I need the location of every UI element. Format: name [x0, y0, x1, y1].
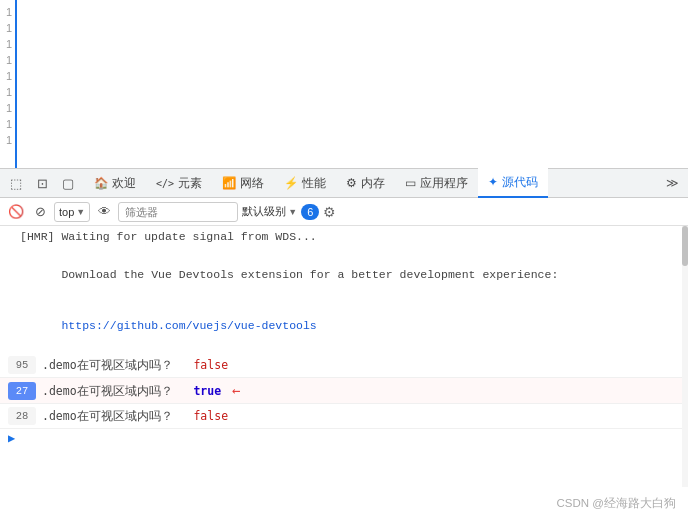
tab-elements[interactable]: </> 元素 — [146, 168, 212, 198]
line-num-1: 1 — [6, 4, 12, 20]
level-label: 默认级别 — [242, 204, 286, 219]
entry-95-text: .demo在可视区域内吗？ false — [42, 355, 228, 375]
network-icon: 📶 — [222, 176, 236, 190]
entry-28-value: false — [193, 409, 228, 423]
frame-dropdown-icon: ▼ — [76, 207, 85, 217]
eye-button[interactable]: 👁 — [94, 202, 114, 222]
sources-icon: ✦ — [488, 175, 498, 189]
devtools-tab-bar: ⬚ ⊡ ▢ 🏠 欢迎 </> 元素 📶 网络 ⚡ 性能 ⚙ 内存 ▭ 应用程序 … — [0, 168, 688, 198]
tab-welcome[interactable]: 🏠 欢迎 — [84, 168, 146, 198]
performance-icon: ⚡ — [284, 176, 298, 190]
line-num-8: 1 — [6, 116, 12, 132]
filter-toggle-button[interactable]: ⊘ — [30, 202, 50, 222]
error-count-badge: 6 — [301, 204, 319, 220]
line-num-5: 1 — [6, 68, 12, 84]
devtools-log-line: Download the Vue Devtools extension for … — [0, 247, 688, 353]
application-icon: ▭ — [405, 176, 416, 190]
welcome-icon: 🏠 — [94, 176, 108, 190]
hmr-log-line: [HMR] Waiting for update signal from WDS… — [0, 226, 688, 247]
scroll-thumb[interactable] — [682, 226, 688, 266]
level-dropdown-icon: ▼ — [288, 207, 297, 217]
blue-vertical-line — [15, 0, 17, 168]
filter-input[interactable] — [118, 202, 238, 222]
tab-sources[interactable]: ✦ 源代码 — [478, 168, 548, 198]
devtools-url-link[interactable]: https://github.com/vuejs/vue-devtools — [61, 319, 316, 332]
log-level-selector[interactable]: 默认级别 ▼ — [242, 202, 297, 222]
arrow-left-icon: ← — [232, 382, 240, 398]
devtools-icon-device[interactable]: ⊡ — [30, 171, 54, 195]
caret-icon: ▶ — [8, 431, 15, 445]
settings-gear-icon[interactable]: ⚙ — [323, 204, 336, 220]
line-num-4: 1 — [6, 52, 12, 68]
clear-console-button[interactable]: 🚫 — [6, 202, 26, 222]
line-num-9: 1 — [6, 132, 12, 148]
console-toolbar: 🚫 ⊘ top ▼ 👁 默认级别 ▼ 6 ⚙ — [0, 198, 688, 226]
scrollbar[interactable] — [682, 226, 688, 487]
console-output: [HMR] Waiting for update signal from WDS… — [0, 226, 688, 487]
devtools-message: Download the Vue Devtools extension for … — [20, 249, 558, 351]
watermark: CSDN @经海路大白狗 — [557, 496, 676, 511]
tab-application[interactable]: ▭ 应用程序 — [395, 168, 478, 198]
entry-27-value: true — [193, 384, 221, 398]
frame-selector[interactable]: top ▼ — [54, 202, 90, 222]
line-num-7: 1 — [6, 100, 12, 116]
console-caret-line: ▶ — [0, 429, 688, 447]
line-number-27: 27 — [8, 382, 36, 400]
line-numbers-area: 1 1 1 1 1 1 1 1 1 — [0, 0, 18, 168]
tab-network[interactable]: 📶 网络 — [212, 168, 274, 198]
entry-28-text: .demo在可视区域内吗？ false — [42, 406, 228, 426]
devtools-icon-inspect[interactable]: ⬚ — [4, 171, 28, 195]
line-number-95: 95 — [8, 356, 36, 374]
line-num-2: 1 — [6, 20, 12, 36]
log-entry-27: 27 .demo在可视区域内吗？ true ← — [0, 378, 688, 404]
log-entry-95: 95 .demo在可视区域内吗？ false — [0, 353, 688, 378]
line-num-6: 1 — [6, 84, 12, 100]
elements-icon: </> — [156, 178, 174, 189]
hmr-message: [HMR] Waiting for update signal from WDS… — [20, 228, 317, 245]
entry-95-value: false — [193, 358, 228, 372]
memory-icon: ⚙ — [346, 176, 357, 190]
tab-more[interactable]: ≫ — [660, 171, 684, 195]
log-entry-28: 28 .demo在可视区域内吗？ false — [0, 404, 688, 429]
line-number-28: 28 — [8, 407, 36, 425]
tab-memory[interactable]: ⚙ 内存 — [336, 168, 395, 198]
entry-27-text: .demo在可视区域内吗？ true ← — [42, 380, 241, 401]
frame-label: top — [59, 206, 74, 218]
line-num-3: 1 — [6, 36, 12, 52]
tab-performance[interactable]: ⚡ 性能 — [274, 168, 336, 198]
devtools-icon-dot[interactable]: ▢ — [56, 171, 80, 195]
